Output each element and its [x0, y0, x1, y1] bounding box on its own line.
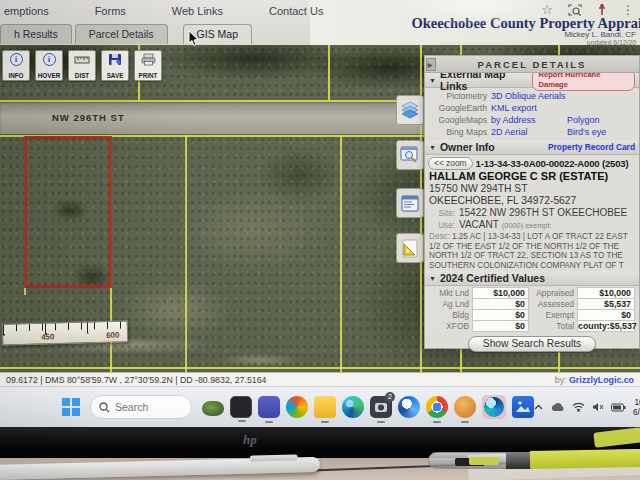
- link-source-label: GoogleEarth: [429, 103, 491, 113]
- photo-of-monitor: NW 296TH ST 450 600: [0, 0, 640, 480]
- copilot-icon[interactable]: [286, 396, 308, 418]
- collapse-arrow-icon: ▼: [429, 144, 436, 151]
- kml-export-link[interactable]: KML export: [491, 103, 537, 113]
- start-button[interactable]: [62, 398, 80, 416]
- selected-parcel-outline[interactable]: [24, 136, 112, 288]
- panel-collapse-arrow-icon[interactable]: ▶: [426, 58, 436, 71]
- value-cell: $0: [472, 320, 529, 332]
- map-scale-ruler: 450 600: [2, 320, 129, 345]
- googlemaps-address-link[interactable]: by Address: [491, 115, 536, 125]
- ruler-label-600: 600: [106, 331, 120, 340]
- layers-tool-button[interactable]: [396, 95, 424, 125]
- capture-search-icon[interactable]: [568, 4, 582, 16]
- swirl-app-icon[interactable]: [398, 396, 420, 418]
- googlemaps-polygon-link[interactable]: Polygon: [567, 115, 635, 125]
- tab-search-results[interactable]: h Results: [0, 24, 72, 44]
- ruler-icon: [74, 53, 90, 66]
- distance-tool-button[interactable]: DIST: [68, 50, 96, 81]
- mouse-cursor: [188, 30, 200, 51]
- property-record-card-link[interactable]: Property Record Card: [548, 142, 635, 152]
- owner-info-header[interactable]: ▼ Owner Info Property Record Card: [425, 140, 639, 155]
- nav-item-exemptions[interactable]: emptions: [4, 5, 49, 17]
- active-app-highlight[interactable]: [482, 395, 506, 419]
- nav-item-forms[interactable]: Forms: [95, 5, 126, 17]
- nav-item-web-links[interactable]: Web Links: [172, 5, 223, 17]
- monitor-screen: NW 296TH ST 450 600: [0, 0, 640, 427]
- appraiser-name: Mickey L. Bandi, CF updated 6/12/20: [564, 30, 636, 47]
- external-map-links-header[interactable]: ▼ External Map Links Report Hurricane Da…: [425, 73, 639, 88]
- value-label: Total: [529, 321, 577, 331]
- grizzlylogic-link[interactable]: GrizzlyLogic.co: [569, 375, 634, 385]
- save-map-button[interactable]: SAVE: [101, 50, 129, 81]
- chrome-icon[interactable]: [426, 396, 448, 418]
- map-status-bar: 09.6172 | DMS 80°58'59.7W , 27°30'59.2N …: [0, 372, 640, 386]
- external-link-row: Bing Maps 2D Aerial Bird's eye: [429, 126, 635, 138]
- volume-icon[interactable]: [592, 402, 604, 412]
- onedrive-cloud-icon[interactable]: [550, 402, 565, 412]
- tab-parcel-details[interactable]: Parcel Details: [75, 24, 168, 44]
- owner-info-title: Owner Info: [440, 141, 495, 153]
- updated-date: updated 6/12/20: [564, 39, 636, 47]
- info-tool-button[interactable]: i INFO: [2, 50, 30, 81]
- parcel-boundary-line: [328, 45, 330, 100]
- link-source-label: Bing Maps: [429, 127, 491, 137]
- hover-info-icon: i: [43, 53, 56, 66]
- search-input[interactable]: [115, 401, 183, 413]
- parcel-boundary-line: [0, 367, 640, 369]
- bing-birds-eye-link[interactable]: Bird's eye: [567, 127, 635, 137]
- highlighter-body: [530, 449, 640, 469]
- file-explorer-icon[interactable]: [314, 396, 336, 418]
- measure-tool-button[interactable]: [396, 233, 424, 263]
- edge-icon[interactable]: [342, 396, 364, 418]
- parcel-boundary-line: [185, 135, 187, 372]
- info-icon: i: [10, 53, 23, 66]
- appraiser-text: Mickey L. Bandi, CF: [564, 30, 636, 39]
- system-tray: 10:31 PM 6/17/2025: [534, 397, 640, 418]
- zoom-window-tool-button[interactable]: [396, 140, 424, 170]
- gator-app-icon[interactable]: [202, 401, 224, 416]
- site-label: Site:: [429, 209, 455, 218]
- value-label: Bldg: [428, 310, 472, 320]
- value-label: XFOB: [428, 321, 472, 331]
- print-map-button[interactable]: PRINT: [134, 50, 162, 81]
- taskbar-clock[interactable]: 10:31 PM 6/17/2025: [633, 397, 640, 418]
- use-row: Use: VACANT (0000) exempt:: [425, 219, 639, 231]
- dark-app-icon[interactable]: [230, 396, 252, 418]
- zoom-to-parcel-button[interactable]: << zoom: [428, 157, 473, 170]
- coordinates-readout: 09.6172 | DMS 80°58'59.7W , 27°30'59.2N …: [6, 375, 266, 385]
- search-icon: [99, 402, 110, 413]
- notification-badge: 2: [385, 392, 395, 402]
- pictometry-link[interactable]: 3D Oblique Aerials: [491, 91, 566, 101]
- site-tabs: h Results Parcel Details GIS Map: [0, 24, 252, 44]
- parcel-details-panel: ▶ PARCEL DETAILS ▼ External Map Links Re…: [424, 55, 640, 349]
- certified-values-header[interactable]: ▼ 2024 Certified Values: [425, 271, 639, 286]
- show-search-results-button[interactable]: Show Search Results: [468, 336, 596, 352]
- highlighter-band: [506, 452, 532, 469]
- external-link-row: Pictometry 3D Oblique Aerials: [429, 90, 635, 102]
- hover-tool-button[interactable]: i HOVER: [35, 50, 63, 81]
- site-address: 15422 NW 296TH ST OKEECHOBEE: [459, 207, 627, 218]
- wifi-icon[interactable]: [572, 402, 585, 412]
- map-toolbar: i INFO i HOVER DIST: [2, 50, 162, 81]
- parcel-boundary-line: [340, 135, 342, 372]
- teams-icon[interactable]: [258, 396, 280, 418]
- link-source-label: GoogleMaps: [429, 115, 491, 125]
- photos-icon[interactable]: [512, 396, 534, 418]
- bing-2d-aerial-link[interactable]: 2D Aerial: [491, 127, 528, 137]
- taskbar-search[interactable]: [90, 395, 192, 419]
- values-row: XFOB $0 Total county:$5,537: [428, 320, 636, 332]
- external-link-row: GoogleMaps by Address Polygon: [429, 114, 635, 126]
- measure-triangle-icon: [400, 239, 420, 258]
- use-extra: (0000) exempt:: [502, 221, 552, 230]
- battery-icon[interactable]: [611, 403, 626, 412]
- value-label: Exempt: [529, 310, 577, 320]
- browser-chrome: emptions Forms Web Links Contact Us ☆ ⋮: [0, 0, 640, 45]
- owner-name: HALLAM GEORGE C SR (ESTATE): [425, 170, 639, 183]
- nav-item-contact-us[interactable]: Contact Us: [269, 5, 323, 17]
- owner-address-line2: OKEECHOBEE, FL 34972-5627: [425, 195, 639, 207]
- orange-app-icon[interactable]: [454, 396, 476, 418]
- tray-chevron-icon[interactable]: [534, 404, 543, 410]
- panel-title: PARCEL DETAILS: [478, 59, 587, 70]
- values-table: Mkt Lnd $10,000 Appraised $10,000 Ag Lnd…: [425, 286, 639, 332]
- legend-tool-button[interactable]: [396, 188, 424, 218]
